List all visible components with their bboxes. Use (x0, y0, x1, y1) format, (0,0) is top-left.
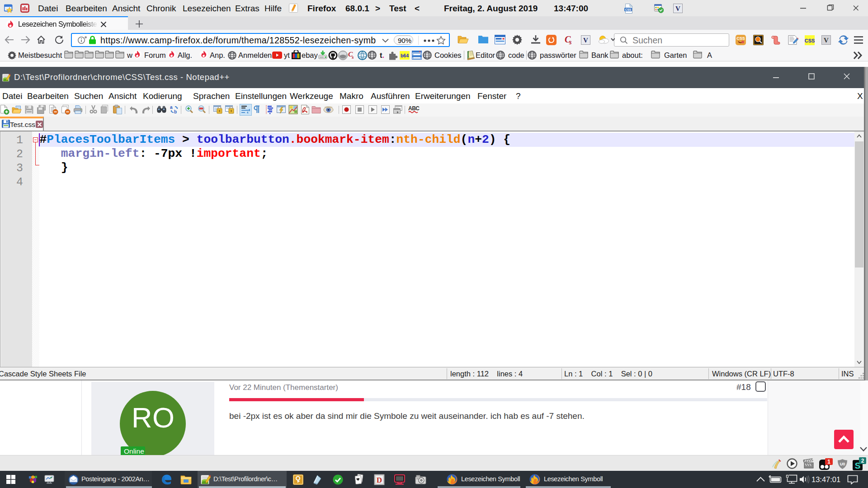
svg-text:CSS: CSS (805, 38, 815, 43)
svg-text:b: b (174, 109, 177, 114)
svg-text:V: V (583, 37, 588, 44)
svg-text:s: s (351, 54, 354, 60)
svg-text:b64: b64 (401, 53, 409, 58)
svg-text:s: s (569, 39, 572, 45)
svg-text:V: V (824, 37, 829, 44)
svg-text:D: D (377, 476, 382, 484)
svg-text:ABC: ABC (408, 105, 420, 112)
svg-text:a: a (170, 105, 173, 110)
svg-text:2: 2 (861, 458, 864, 464)
svg-text:CSS: CSS (736, 36, 745, 41)
svg-text:U0: U0 (840, 462, 845, 466)
svg-text:1: 1 (827, 459, 830, 465)
svg-text:V: V (675, 5, 680, 12)
svg-text:CSS: CSS (625, 8, 632, 11)
